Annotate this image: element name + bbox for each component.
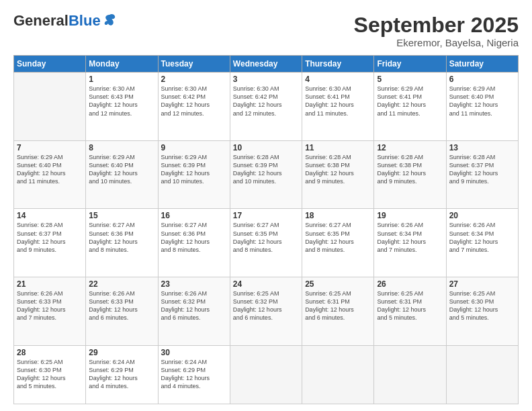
day-number: 25 — [305, 279, 371, 289]
day-number: 29 — [89, 348, 154, 357]
day-detail: Sunrise: 6:26 AM Sunset: 6:32 PM Dayligh… — [161, 289, 227, 322]
day-detail: Sunrise: 6:28 AM Sunset: 6:39 PM Dayligh… — [233, 153, 299, 186]
title-block: September 2025 Ekeremor, Bayelsa, Nigeri… — [354, 13, 519, 48]
table-row — [14, 73, 86, 141]
day-number: 11 — [305, 143, 371, 152]
day-number: 26 — [377, 279, 443, 289]
logo: GeneralBlue — [13, 13, 117, 28]
col-saturday: Saturday — [446, 56, 518, 73]
table-row: 26Sunrise: 6:25 AM Sunset: 6:31 PM Dayli… — [374, 277, 446, 345]
logo-bird-icon — [102, 12, 117, 27]
day-number: 8 — [89, 143, 154, 152]
day-detail: Sunrise: 6:25 AM Sunset: 6:30 PM Dayligh… — [17, 358, 83, 391]
table-row: 19Sunrise: 6:26 AM Sunset: 6:34 PM Dayli… — [374, 209, 446, 277]
day-number: 9 — [161, 143, 227, 152]
table-row: 3Sunrise: 6:30 AM Sunset: 6:42 PM Daylig… — [230, 73, 302, 141]
day-detail: Sunrise: 6:28 AM Sunset: 6:37 PM Dayligh… — [17, 221, 83, 254]
table-row: 1Sunrise: 6:30 AM Sunset: 6:43 PM Daylig… — [86, 73, 158, 141]
day-number: 4 — [305, 75, 371, 84]
day-detail: Sunrise: 6:25 AM Sunset: 6:31 PM Dayligh… — [377, 289, 443, 322]
day-detail: Sunrise: 6:27 AM Sunset: 6:36 PM Dayligh… — [161, 221, 227, 254]
day-detail: Sunrise: 6:27 AM Sunset: 6:35 PM Dayligh… — [233, 221, 299, 254]
day-number: 20 — [449, 211, 515, 220]
day-number: 2 — [161, 75, 227, 84]
header: GeneralBlue September 2025 Ekeremor, Bay… — [13, 13, 519, 48]
day-number: 6 — [449, 75, 515, 84]
day-detail: Sunrise: 6:24 AM Sunset: 6:29 PM Dayligh… — [89, 358, 154, 391]
day-detail: Sunrise: 6:26 AM Sunset: 6:34 PM Dayligh… — [449, 221, 515, 254]
day-detail: Sunrise: 6:26 AM Sunset: 6:33 PM Dayligh… — [17, 289, 83, 322]
location: Ekeremor, Bayelsa, Nigeria — [354, 37, 519, 48]
table-row — [374, 345, 446, 404]
day-number: 5 — [377, 75, 443, 84]
table-row: 20Sunrise: 6:26 AM Sunset: 6:34 PM Dayli… — [446, 209, 518, 277]
table-row: 23Sunrise: 6:26 AM Sunset: 6:32 PM Dayli… — [158, 277, 230, 345]
table-row: 14Sunrise: 6:28 AM Sunset: 6:37 PM Dayli… — [14, 209, 86, 277]
table-row — [446, 345, 518, 404]
table-row — [230, 345, 302, 404]
table-row: 28Sunrise: 6:25 AM Sunset: 6:30 PM Dayli… — [14, 345, 86, 404]
day-number: 7 — [17, 143, 83, 152]
day-number: 23 — [161, 279, 227, 289]
day-detail: Sunrise: 6:25 AM Sunset: 6:32 PM Dayligh… — [233, 289, 299, 322]
table-row: 30Sunrise: 6:24 AM Sunset: 6:29 PM Dayli… — [158, 345, 230, 404]
day-detail: Sunrise: 6:24 AM Sunset: 6:29 PM Dayligh… — [161, 358, 227, 391]
table-row: 7Sunrise: 6:29 AM Sunset: 6:40 PM Daylig… — [14, 140, 86, 209]
day-number: 10 — [233, 143, 299, 152]
day-detail: Sunrise: 6:26 AM Sunset: 6:33 PM Dayligh… — [89, 289, 154, 322]
table-row: 25Sunrise: 6:25 AM Sunset: 6:31 PM Dayli… — [302, 277, 374, 345]
day-detail: Sunrise: 6:26 AM Sunset: 6:34 PM Dayligh… — [377, 221, 443, 254]
day-number: 14 — [17, 211, 83, 220]
table-row: 27Sunrise: 6:25 AM Sunset: 6:30 PM Dayli… — [446, 277, 518, 345]
day-detail: Sunrise: 6:30 AM Sunset: 6:42 PM Dayligh… — [233, 85, 299, 118]
day-detail: Sunrise: 6:29 AM Sunset: 6:40 PM Dayligh… — [449, 85, 515, 118]
day-number: 18 — [305, 211, 371, 220]
table-row: 5Sunrise: 6:29 AM Sunset: 6:41 PM Daylig… — [374, 73, 446, 141]
table-row: 9Sunrise: 6:29 AM Sunset: 6:39 PM Daylig… — [158, 140, 230, 209]
day-detail: Sunrise: 6:27 AM Sunset: 6:36 PM Dayligh… — [89, 221, 154, 254]
day-number: 21 — [17, 279, 83, 289]
day-detail: Sunrise: 6:29 AM Sunset: 6:40 PM Dayligh… — [17, 153, 83, 186]
col-wednesday: Wednesday — [230, 56, 302, 73]
col-monday: Monday — [86, 56, 158, 73]
table-row: 22Sunrise: 6:26 AM Sunset: 6:33 PM Dayli… — [86, 277, 158, 345]
day-detail: Sunrise: 6:29 AM Sunset: 6:41 PM Dayligh… — [377, 85, 443, 118]
day-number: 13 — [449, 143, 515, 152]
table-row: 12Sunrise: 6:28 AM Sunset: 6:38 PM Dayli… — [374, 140, 446, 209]
table-row: 11Sunrise: 6:28 AM Sunset: 6:38 PM Dayli… — [302, 140, 374, 209]
day-detail: Sunrise: 6:30 AM Sunset: 6:41 PM Dayligh… — [305, 85, 371, 118]
month-title: September 2025 — [354, 13, 519, 37]
table-row — [302, 345, 374, 404]
table-row: 17Sunrise: 6:27 AM Sunset: 6:35 PM Dayli… — [230, 209, 302, 277]
day-detail: Sunrise: 6:25 AM Sunset: 6:30 PM Dayligh… — [449, 289, 515, 322]
day-number: 27 — [449, 279, 515, 289]
page: GeneralBlue September 2025 Ekeremor, Bay… — [0, 0, 532, 411]
col-sunday: Sunday — [14, 56, 86, 73]
day-detail: Sunrise: 6:29 AM Sunset: 6:39 PM Dayligh… — [161, 153, 227, 186]
day-number: 19 — [377, 211, 443, 220]
table-row: 29Sunrise: 6:24 AM Sunset: 6:29 PM Dayli… — [86, 345, 158, 404]
day-number: 17 — [233, 211, 299, 220]
logo-blue-text: Blue — [69, 12, 101, 29]
day-number: 1 — [89, 75, 154, 84]
table-row: 6Sunrise: 6:29 AM Sunset: 6:40 PM Daylig… — [446, 73, 518, 141]
table-row: 24Sunrise: 6:25 AM Sunset: 6:32 PM Dayli… — [230, 277, 302, 345]
table-row: 21Sunrise: 6:26 AM Sunset: 6:33 PM Dayli… — [14, 277, 86, 345]
day-number: 3 — [233, 75, 299, 84]
day-detail: Sunrise: 6:25 AM Sunset: 6:31 PM Dayligh… — [305, 289, 371, 322]
day-number: 15 — [89, 211, 154, 220]
day-number: 24 — [233, 279, 299, 289]
day-number: 28 — [17, 348, 83, 357]
day-detail: Sunrise: 6:29 AM Sunset: 6:40 PM Dayligh… — [89, 153, 154, 186]
table-row: 13Sunrise: 6:28 AM Sunset: 6:37 PM Dayli… — [446, 140, 518, 209]
table-row: 15Sunrise: 6:27 AM Sunset: 6:36 PM Dayli… — [86, 209, 158, 277]
day-detail: Sunrise: 6:28 AM Sunset: 6:38 PM Dayligh… — [305, 153, 371, 186]
day-detail: Sunrise: 6:27 AM Sunset: 6:35 PM Dayligh… — [305, 221, 371, 254]
day-detail: Sunrise: 6:30 AM Sunset: 6:43 PM Dayligh… — [89, 85, 154, 118]
col-friday: Friday — [374, 56, 446, 73]
day-number: 22 — [89, 279, 154, 289]
table-row: 2Sunrise: 6:30 AM Sunset: 6:42 PM Daylig… — [158, 73, 230, 141]
table-row: 8Sunrise: 6:29 AM Sunset: 6:40 PM Daylig… — [86, 140, 158, 209]
day-detail: Sunrise: 6:28 AM Sunset: 6:38 PM Dayligh… — [377, 153, 443, 186]
logo-general-text: General — [13, 12, 69, 29]
